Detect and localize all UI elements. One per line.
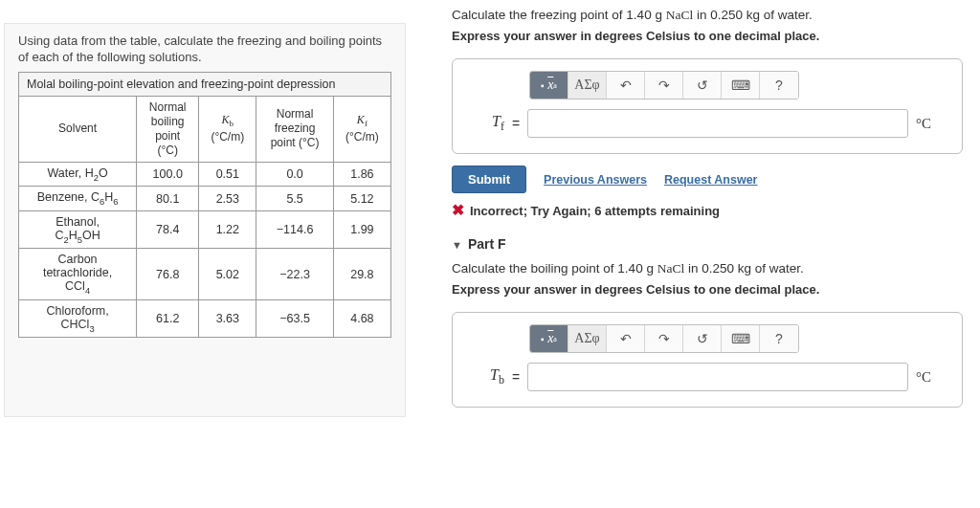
- special-chars-button[interactable]: ΑΣφ: [568, 325, 607, 352]
- part-f-answer-input[interactable]: [527, 363, 908, 391]
- previous-answers-link[interactable]: Previous Answers: [544, 173, 647, 187]
- part-f-header[interactable]: ▼Part F: [452, 236, 963, 252]
- table-row: Chloroform,CHCl361.23.63−63.54.68: [19, 299, 391, 338]
- col-kb: Kb (°C/m): [199, 96, 256, 162]
- part-f-prompt: Calculate the boiling point of 1.40 g Na…: [452, 261, 963, 276]
- cell-nfp: −63.5: [256, 299, 333, 338]
- cell-kb: 1.22: [199, 210, 256, 249]
- submit-button[interactable]: Submit: [452, 166, 526, 193]
- equals: =: [512, 369, 520, 385]
- cell-solvent: Benzene, C6H6: [19, 187, 137, 211]
- cell-solvent: Carbontetrachloride,CCl4: [19, 249, 137, 300]
- table-row: Carbontetrachloride,CCl476.85.02−22.329.…: [19, 249, 391, 300]
- part-e-variable: Tf: [472, 113, 504, 134]
- cell-nbp: 61.2: [137, 299, 199, 338]
- reset-button[interactable]: ↺: [683, 72, 722, 99]
- part-f-variable: Tb: [472, 366, 504, 387]
- equals: =: [512, 116, 520, 131]
- part-f-instruct: Express your answer in degrees Celsius t…: [452, 282, 963, 297]
- cell-nbp: 100.0: [137, 162, 199, 187]
- cell-kf: 4.68: [333, 299, 390, 338]
- incorrect-icon: ✖: [452, 202, 464, 218]
- part-e-answer-input[interactable]: [527, 109, 908, 138]
- cell-kf: 29.8: [333, 249, 390, 300]
- part-e-answer-box: ▪ xa ΑΣφ ↶ ↷ ↺ ⌨ ? Tf = °C: [452, 58, 963, 154]
- col-nfp: Normal freezing point (°C): [256, 96, 333, 162]
- left-intro: Using data from the table, calculate the…: [18, 33, 391, 66]
- help-button[interactable]: ?: [760, 72, 798, 99]
- part-f-toolbar: ▪ xa ΑΣφ ↶ ↷ ↺ ⌨ ?: [529, 324, 799, 353]
- cell-kb: 3.63: [199, 299, 256, 338]
- templates-button[interactable]: ▪ xa: [530, 72, 568, 99]
- cell-kf: 1.99: [333, 210, 390, 249]
- keyboard-button[interactable]: ⌨: [722, 72, 760, 99]
- cell-nfp: 5.5: [256, 187, 333, 211]
- chevron-down-icon: ▼: [452, 239, 462, 251]
- redo-button[interactable]: ↷: [645, 325, 683, 352]
- cell-nbp: 78.4: [137, 210, 199, 249]
- col-nbp: Normal boiling point (°C): [137, 96, 199, 162]
- table-row: Water, H2O100.00.510.01.86: [19, 162, 391, 187]
- part-e-feedback: ✖Incorrect; Try Again; 6 attempts remain…: [452, 201, 963, 219]
- undo-button[interactable]: ↶: [607, 325, 645, 352]
- part-e-unit: °C: [916, 116, 943, 132]
- cell-kb: 2.53: [199, 187, 256, 211]
- cell-nbp: 76.8: [137, 249, 199, 300]
- cell-solvent: Ethanol,C2H5OH: [19, 210, 137, 249]
- part-e-toolbar: ▪ xa ΑΣφ ↶ ↷ ↺ ⌨ ?: [529, 71, 799, 99]
- left-panel: Using data from the table, calculate the…: [4, 23, 406, 417]
- table-row: Ethanol,C2H5OH78.41.22−114.61.99: [19, 210, 391, 249]
- col-solvent: Solvent: [19, 96, 137, 162]
- cell-solvent: Chloroform,CHCl3: [19, 299, 137, 338]
- col-kf: Kf (°C/m): [333, 96, 390, 162]
- special-chars-button[interactable]: ΑΣφ: [568, 72, 607, 99]
- reset-button[interactable]: ↺: [683, 325, 722, 352]
- help-button[interactable]: ?: [760, 325, 798, 352]
- table-title: Molal boiling-point elevation and freezi…: [19, 72, 391, 96]
- redo-button[interactable]: ↷: [645, 72, 683, 99]
- part-e-instruct: Express your answer in degrees Celsius t…: [452, 29, 963, 43]
- cell-solvent: Water, H2O: [19, 162, 137, 187]
- cell-kb: 0.51: [199, 162, 256, 187]
- data-table: Molal boiling-point elevation and freezi…: [18, 72, 391, 339]
- cell-kb: 5.02: [199, 249, 256, 300]
- part-f-answer-box: ▪ xa ΑΣφ ↶ ↷ ↺ ⌨ ? Tb = °C: [452, 312, 963, 408]
- cell-kf: 5.12: [333, 187, 390, 211]
- request-answer-link[interactable]: Request Answer: [664, 173, 757, 187]
- cell-nfp: −114.6: [256, 210, 333, 249]
- undo-button[interactable]: ↶: [607, 72, 645, 99]
- cell-nfp: −22.3: [256, 249, 333, 300]
- cell-kf: 1.86: [333, 162, 390, 187]
- right-panel: Calculate the freezing point of 1.40 g N…: [406, 0, 980, 417]
- templates-button[interactable]: ▪ xa: [530, 325, 568, 352]
- keyboard-button[interactable]: ⌨: [722, 325, 760, 352]
- cell-nbp: 80.1: [137, 187, 199, 211]
- part-e-prompt: Calculate the freezing point of 1.40 g N…: [452, 8, 963, 23]
- part-f-unit: °C: [916, 369, 943, 386]
- cell-nfp: 0.0: [256, 162, 333, 187]
- table-row: Benzene, C6H680.12.535.55.12: [19, 187, 391, 211]
